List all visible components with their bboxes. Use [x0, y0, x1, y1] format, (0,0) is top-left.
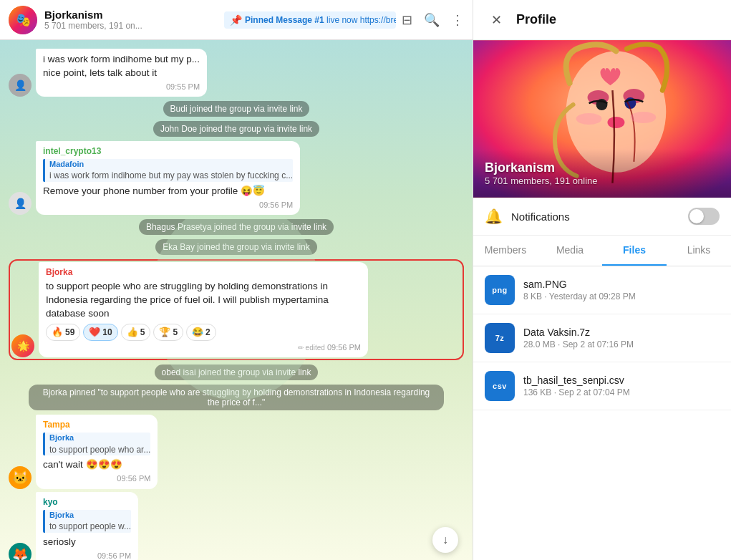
- message-bubble: Tampa Bjorka to support people who ar...…: [36, 415, 158, 488]
- message-bubble: intel_crypto13 Madafoin i was work form …: [36, 141, 300, 215]
- message-reply: Bjorka to support people who ar...: [43, 433, 150, 455]
- avatar: 👤: [9, 192, 32, 215]
- file-icon-png: png: [485, 275, 515, 305]
- message-sender: Bjorka: [46, 266, 361, 279]
- message-text: seriosly: [43, 536, 131, 549]
- file-info: Data Vaksin.7z 28.0 MB · Sep 2 at 07:16 …: [523, 327, 720, 349]
- message-sender: kyo: [43, 496, 131, 508]
- more-options-icon[interactable]: ⋮: [451, 12, 464, 28]
- file-info: tb_hasil_tes_senpi.csv 136 KB · Sep 2 at…: [523, 375, 720, 397]
- group-members: 5 701 members, 191 on...: [44, 21, 218, 31]
- messages-area: 👤 i was work form indihome but my p...ni…: [0, 40, 473, 560]
- tab-members[interactable]: Members: [473, 236, 538, 266]
- message-row: 👤 i was work form indihome but my p...ni…: [9, 49, 464, 97]
- file-icon-csv: csv: [485, 371, 515, 401]
- message-bubble: i was work form indihome but my p...nice…: [36, 49, 207, 97]
- notifications-label: Notifications: [511, 211, 688, 223]
- group-name: Bjorkanism: [44, 9, 218, 21]
- chat-header-actions: ⊟ 🔍 ⋮: [402, 12, 464, 28]
- reactions: 🔥59 ❤️10 👍5 🏆5 😂2: [46, 324, 361, 341]
- profile-header: ✕ Profile: [473, 0, 731, 40]
- reaction-thumbsup[interactable]: 👍5: [121, 324, 151, 341]
- tab-media[interactable]: Media: [538, 236, 602, 266]
- tab-links[interactable]: Links: [667, 236, 731, 266]
- pinned-action-message: Bjorka pinned "to support people who are…: [9, 385, 464, 410]
- message-row: 👤 intel_crypto13 Madafoin i was work for…: [9, 141, 464, 215]
- message-time: 09:55 PM: [43, 82, 200, 92]
- file-item-tb-hasil[interactable]: csv tb_hasil_tes_senpi.csv 136 KB · Sep …: [473, 362, 731, 410]
- system-message: Budi joined the group via invite link: [9, 101, 464, 117]
- message-text: to support people who are struggling by …: [46, 280, 361, 321]
- tab-files[interactable]: Files: [602, 236, 667, 266]
- group-avatar[interactable]: 🎭: [9, 6, 37, 34]
- message-time: ✏ edited 09:56 PM: [46, 342, 361, 353]
- profile-image: Bjorkanism 5 701 members, 191 online: [473, 40, 731, 198]
- chat-header: 🎭 Bjorkanism 5 701 members, 191 on... 📌 …: [0, 0, 473, 40]
- reaction-laugh[interactable]: 😂2: [186, 324, 216, 341]
- message-reply: Madafoin i was work form indihome but my…: [43, 159, 293, 182]
- message-sender: Tampa: [43, 419, 150, 431]
- file-info: sam.PNG 8 KB · Yesterday at 09:28 PM: [523, 279, 720, 301]
- chat-panel: 🎭 Bjorkanism 5 701 members, 191 on... 📌 …: [0, 0, 473, 560]
- message-bubble: kyo Bjorka to support people w... serios…: [36, 492, 138, 560]
- message-time: 09:56 PM: [43, 551, 131, 560]
- file-meta: 136 KB · Sep 2 at 07:04 PM: [523, 387, 720, 397]
- profile-members-count: 5 701 members, 191 online: [485, 175, 720, 186]
- profile-panel: ✕ Profile: [473, 0, 731, 560]
- filter-icon[interactable]: ⊟: [402, 12, 412, 28]
- avatar: 👤: [9, 74, 32, 97]
- system-message: Bhagus Prasetya joined the group via inv…: [9, 219, 464, 235]
- chat-header-info: Bjorkanism 5 701 members, 191 on...: [44, 9, 218, 31]
- reaction-fire[interactable]: 🔥59: [46, 324, 80, 341]
- search-icon[interactable]: 🔍: [424, 12, 440, 28]
- toggle-knob: [689, 209, 704, 223]
- system-message: Eka Bay joined the group via invite link: [9, 239, 464, 255]
- pinned-label: Pinned Message #1: [245, 15, 324, 25]
- profile-title: Profile: [516, 12, 556, 27]
- avatar: 🐱: [9, 466, 32, 489]
- message-text: can't wait 😍😍😍: [43, 458, 150, 472]
- pinned-message-banner[interactable]: 📌 Pinned Message #1 live now https://bre…: [224, 11, 396, 29]
- avatar: 🦊: [9, 543, 32, 560]
- message-row: 🌟 Bjorka to support people who are strug…: [11, 262, 461, 357]
- file-icon-7z: 7z: [485, 323, 515, 353]
- file-meta: 28.0 MB · Sep 2 at 07:16 PM: [523, 339, 720, 349]
- file-name: sam.PNG: [523, 279, 720, 290]
- message-sender: intel_crypto13: [43, 145, 293, 158]
- files-list: png sam.PNG 8 KB · Yesterday at 09:28 PM…: [473, 266, 731, 560]
- svg-point-8: [630, 112, 656, 123]
- notifications-row: 🔔 Notifications: [473, 198, 731, 236]
- system-message: obed isai joined the group via invite li…: [9, 365, 464, 380]
- bell-icon: 🔔: [485, 208, 503, 225]
- profile-overlay: Bjorkanism 5 701 members, 191 online: [473, 149, 731, 198]
- file-name: Data Vaksin.7z: [523, 327, 720, 338]
- message-time: 09:56 PM: [43, 473, 150, 484]
- close-profile-button[interactable]: ✕: [485, 9, 508, 32]
- pinned-text: live now https://breached.to/Thread-...: [326, 15, 396, 25]
- svg-point-7: [576, 113, 602, 125]
- message-time: 09:56 PM: [43, 200, 293, 211]
- file-meta: 8 KB · Yesterday at 09:28 PM: [523, 291, 720, 301]
- message-text: Remove your phone number from your profi…: [43, 185, 293, 198]
- notifications-toggle[interactable]: [688, 208, 720, 225]
- profile-group-name: Bjorkanism: [485, 160, 720, 175]
- reaction-trophy[interactable]: 🏆5: [153, 324, 183, 341]
- reaction-heart[interactable]: ❤️10: [83, 324, 117, 341]
- message-row: 🦊 kyo Bjorka to support people w... seri…: [9, 492, 464, 560]
- message-row: 🐱 Tampa Bjorka to support people who ar.…: [9, 415, 464, 488]
- svg-point-6: [607, 117, 624, 128]
- system-message: John Doe joined the group via invite lin…: [9, 121, 464, 137]
- avatar: 🌟: [11, 334, 34, 357]
- file-item-sam-png[interactable]: png sam.PNG 8 KB · Yesterday at 09:28 PM: [473, 266, 731, 314]
- file-name: tb_hasil_tes_senpi.csv: [523, 375, 720, 386]
- file-item-data-vaksin[interactable]: 7z Data Vaksin.7z 28.0 MB · Sep 2 at 07:…: [473, 314, 731, 362]
- highlighted-message: 🌟 Bjorka to support people who are strug…: [9, 259, 464, 360]
- message-reply: Bjorka to support people w...: [43, 510, 131, 533]
- scroll-down-button[interactable]: ↓: [432, 527, 458, 553]
- message-text: i was work form indihome but my p...nice…: [43, 53, 200, 80]
- message-bubble: Bjorka to support people who are struggl…: [39, 262, 368, 357]
- profile-tabs: Members Media Files Links: [473, 236, 731, 266]
